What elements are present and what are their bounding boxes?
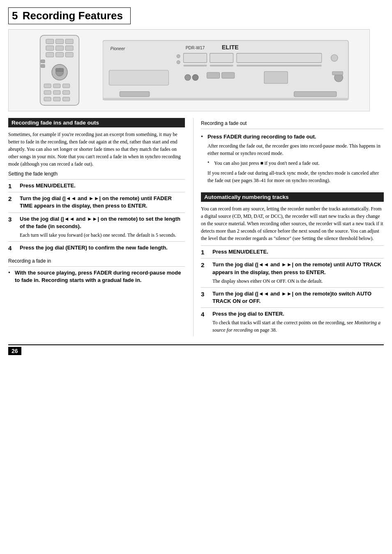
svg-rect-14 — [56, 68, 64, 72]
step-3: 3 Use the jog dial (|◄◄ and ►►| on the r… — [8, 212, 185, 241]
step-1-num: 1 — [8, 182, 20, 189]
sub-bullet-text: You can also just press ■ if you don't n… — [214, 159, 384, 167]
svg-rect-8 — [56, 52, 64, 57]
auto-step-2-content: Turn the jog dial (|◄◄ and ►►| on the re… — [212, 261, 384, 284]
svg-rect-4 — [46, 46, 54, 50]
svg-rect-21 — [44, 97, 51, 101]
auto-step-1-title: Press MENU/DELETE. — [212, 248, 384, 256]
svg-rect-16 — [53, 84, 60, 88]
svg-rect-45 — [120, 92, 149, 97]
bullet-fade-in-title: With the source playing, press FADER dur… — [15, 269, 185, 284]
step-3-num: 3 — [8, 215, 20, 223]
content-columns: Recording fade ins and fade outs Sometim… — [8, 118, 384, 336]
step-1-content: Press MENU/DELETE. — [20, 182, 185, 189]
bullet-fade-in-content: With the source playing, press FADER dur… — [15, 269, 185, 284]
chapter-title: Recording Features — [23, 9, 123, 22]
step-3-body: Each turn will take you forward (or back… — [20, 231, 185, 239]
step-2-num: 2 — [8, 195, 20, 202]
svg-rect-35 — [210, 65, 233, 67]
step-3-title: Use the jog dial (|◄◄ and ►►| on the rem… — [20, 215, 185, 230]
device-image: Pioneer PDR-W17 ELITE — [8, 29, 370, 111]
svg-rect-42 — [264, 72, 288, 83]
auto-step-4: 4 Press the jog dial to ENTER. To check … — [201, 307, 384, 336]
svg-rect-11 — [41, 65, 45, 68]
svg-rect-18 — [44, 90, 51, 94]
svg-rect-20 — [63, 90, 70, 94]
svg-rect-30 — [237, 53, 322, 63]
svg-rect-7 — [46, 52, 54, 57]
svg-point-31 — [331, 55, 338, 62]
svg-text:ELITE: ELITE — [222, 44, 239, 51]
svg-point-32 — [177, 55, 180, 58]
bullet-fade-out-title: Press FADER during recording to fade out… — [208, 133, 384, 141]
device-main-svg: Pioneer PDR-W17 ELITE — [103, 37, 349, 103]
svg-rect-37 — [109, 70, 169, 85]
svg-rect-10 — [41, 60, 45, 63]
left-column: Recording fade ins and fade outs Sometim… — [8, 118, 185, 336]
svg-point-33 — [177, 60, 180, 64]
svg-rect-19 — [53, 90, 60, 94]
svg-rect-29 — [210, 53, 233, 63]
svg-rect-47 — [103, 98, 348, 100]
step-4-content: Press the jog dial (ENTER) to confirm th… — [20, 244, 185, 252]
bullet-sym: • — [8, 269, 15, 276]
auto-step-1: 1 Press MENU/DELETE. — [201, 245, 384, 258]
svg-point-38 — [185, 74, 191, 80]
auto-step-4-num: 4 — [201, 310, 212, 318]
auto-section-header: Automatically numbering tracks — [201, 192, 384, 202]
svg-rect-5 — [56, 46, 64, 50]
auto-intro-text: You can record from any source, letting … — [201, 205, 384, 242]
auto-step-3-content: Turn the jog dial (|◄◄ and ►►| on the re… — [212, 290, 384, 305]
left-section-header: Recording fade ins and fade outs — [8, 118, 185, 127]
bullet-fade-in: • With the source playing, press FADER d… — [8, 266, 185, 286]
svg-rect-46 — [294, 92, 337, 97]
step-3-content: Use the jog dial (|◄◄ and ►►| on the rem… — [20, 215, 185, 239]
sub-body-text: If you record a fade out during all-trac… — [208, 169, 384, 184]
auto-step-3-num: 3 — [201, 290, 212, 298]
auto-step-4-body: To check that tracks will start at the c… — [212, 319, 384, 334]
page-footer: 26 — [8, 344, 384, 355]
auto-step-3-title: Turn the jog dial (|◄◄ and ►►| on the re… — [212, 290, 384, 305]
svg-rect-36 — [237, 65, 322, 67]
svg-rect-34 — [184, 65, 207, 67]
step-4-num: 4 — [8, 244, 20, 252]
step-1: 1 Press MENU/DELETE. — [8, 179, 185, 192]
svg-point-39 — [192, 74, 198, 80]
svg-rect-2 — [56, 39, 64, 44]
bullet-fade-out: • Press FADER during recording to fade o… — [201, 131, 384, 187]
auto-step-4-title: Press the jog dial to ENTER. — [212, 310, 384, 318]
auto-step-2-body: The display shows either ON or OFF. ON i… — [212, 277, 384, 285]
bullet-fade-out-body: After recording the fade out, the record… — [208, 142, 384, 157]
step-2-content: Turn the jog dial (|◄◄ and ►►| on the re… — [20, 195, 185, 210]
svg-rect-15 — [44, 84, 51, 88]
auto-step-4-content: Press the jog dial to ENTER. To check th… — [212, 310, 384, 334]
step-4-title: Press the jog dial (ENTER) to confirm th… — [20, 244, 185, 252]
step-2-title: Turn the jog dial (|◄◄ and ►►| on the re… — [20, 195, 185, 210]
svg-rect-1 — [46, 39, 54, 44]
auto-step-2: 2 Turn the jog dial (|◄◄ and ►►| on the … — [201, 258, 384, 287]
step-4: 4 Press the jog dial (ENTER) to confirm … — [8, 241, 185, 254]
svg-rect-40 — [207, 72, 219, 78]
bullet-fade-out-sym: • — [201, 133, 208, 140]
sub-bullet-1: • You can also just press ■ if you don't… — [208, 159, 384, 167]
bullet-fade-out-content: Press FADER during recording to fade out… — [208, 133, 384, 184]
page-title-box: 5 Recording Features — [8, 7, 131, 24]
chapter-number: 5 — [12, 9, 18, 22]
svg-rect-6 — [65, 46, 73, 50]
right-column: Recording a fade out • Press FADER durin… — [193, 118, 384, 336]
svg-text:PDR-W17: PDR-W17 — [186, 46, 205, 50]
svg-rect-28 — [184, 53, 207, 63]
svg-rect-3 — [65, 39, 73, 44]
svg-rect-9 — [65, 52, 73, 57]
svg-rect-17 — [63, 84, 70, 88]
page-number: 26 — [8, 347, 21, 355]
fade-in-title: Recording a fade in — [8, 258, 185, 264]
auto-step-2-title: Turn the jog dial (|◄◄ and ►►| on the re… — [212, 261, 384, 276]
left-intro-text: Sometimes, for example if you're recordi… — [8, 131, 185, 168]
svg-text:Pioneer: Pioneer — [111, 46, 125, 51]
auto-step-1-content: Press MENU/DELETE. — [212, 248, 384, 256]
step-1-title: Press MENU/DELETE. — [20, 182, 185, 189]
fade-length-title: Setting the fade length — [8, 171, 185, 177]
fade-out-title: Recording a fade out — [201, 120, 384, 126]
auto-step-1-num: 1 — [201, 248, 212, 256]
